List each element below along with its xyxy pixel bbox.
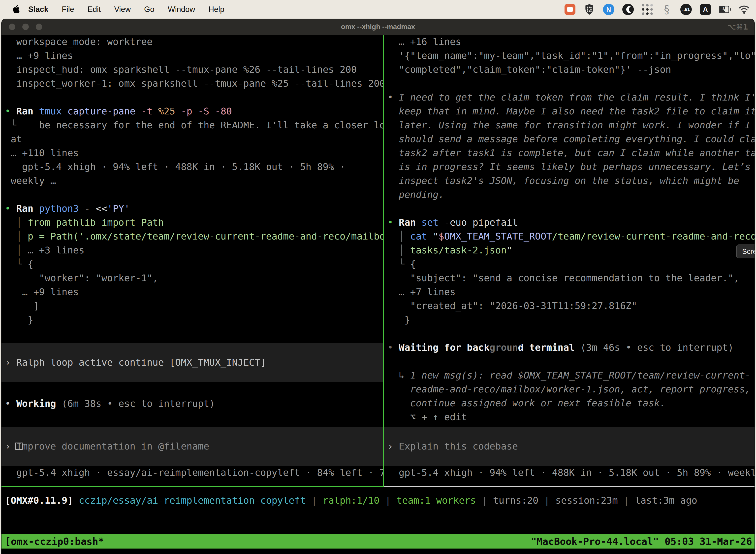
- window-titlebar[interactable]: omx --xhigh --madmax ⌥⌘1: [1, 19, 755, 35]
- working-status-line: • Working (6m 38s • esc to interrupt): [1, 397, 383, 410]
- terminal-line: • Ran set -euo pipefail: [384, 215, 755, 229]
- menu-bar: Slack File Edit View Go Window Help N: [0, 0, 756, 19]
- terminal-line: ]: [1, 299, 383, 313]
- menu-item-help[interactable]: Help: [202, 5, 231, 14]
- terminal-line: … +16 lines: [384, 35, 755, 49]
- right-terminal-pane[interactable]: … +16 lines '{"team_name":"my-team","tas…: [384, 35, 755, 486]
- terminal-line: }: [1, 313, 383, 327]
- mailbox-message: ⌥ + ↑ edit: [384, 410, 755, 424]
- mailbox-message: ↳ 1 new msg(s): read $OMX_TEAM_STATE_ROO…: [384, 368, 755, 382]
- terminal-line: inspect_worker-1: omx sparkshell --tmux-…: [1, 76, 383, 90]
- terminal-line: └ {: [384, 257, 755, 271]
- model-status-line: gpt-5.4 xhigh · 94% left · 488K in · 5.1…: [384, 466, 755, 480]
- dots-grid-icon[interactable]: [641, 3, 653, 15]
- terminal-line: at: [1, 132, 383, 146]
- terminal-line: … +7 lines: [384, 285, 755, 299]
- waiting-status-line: • Waiting for background terminal (3m 46…: [384, 340, 755, 354]
- left-terminal-pane[interactable]: workspace_mode: worktree … +9 lines insp…: [1, 35, 383, 486]
- chat-app-icon[interactable]: [564, 3, 576, 15]
- blue-badge-icon[interactable]: N: [603, 3, 615, 15]
- menu-item-window[interactable]: Window: [161, 5, 202, 14]
- terminal-line: └ be necessary for the end of the README…: [1, 118, 383, 132]
- terminal-line: gpt-5.4 xhigh · 94% left · 488K in · 5.1…: [1, 160, 383, 174]
- prompt-input-left[interactable]: › Improve documentation in @filename: [1, 427, 383, 466]
- terminal-line: │ … +3 lines: [1, 243, 383, 257]
- blank-line: [384, 354, 755, 368]
- status-icons: N § ..61 A ϟ: [564, 3, 756, 15]
- terminal-line: • Ran tmux capture-pane -t %25 -p -S -80: [1, 104, 383, 118]
- screen-tooltip: Scre: [736, 244, 755, 258]
- menu-item-slack[interactable]: Slack: [28, 5, 55, 14]
- terminal-line: … +110 lines: [1, 146, 383, 160]
- prompt-input-right[interactable]: › Explain this codebase: [384, 427, 755, 466]
- model-status-line: gpt-5.4 xhigh · essay/ai-reimplementatio…: [1, 466, 383, 480]
- thinking-text: inspect task2's JSON, focusing on the st…: [384, 174, 755, 188]
- badge-61-icon[interactable]: ..61: [680, 3, 692, 15]
- terminal-content: workspace_mode: worktree … +9 lines insp…: [1, 35, 755, 554]
- terminal-line: workspace_mode: worktree: [1, 35, 383, 49]
- pane-border-bottom-left: [1, 486, 384, 487]
- terminal-line: │ p = Path('.omx/state/team/review-curre…: [1, 229, 383, 243]
- omx-status-line: [OMX#0.11.9] cczip/essay/ai-reimplementa…: [1, 493, 755, 507]
- terminal-line: inspect_hud: omx sparkshell --tmux-pane …: [1, 63, 383, 76]
- terminal-line: "created_at": "2026-03-31T11:59:27.816Z": [384, 299, 755, 313]
- section-sign-icon[interactable]: §: [661, 3, 673, 15]
- terminal-line: │ cat "$OMX_TEAM_STATE_ROOT/team/review-…: [384, 229, 755, 243]
- a-key-icon[interactable]: A: [699, 3, 711, 15]
- terminal-line: │ tasks/task-2.json": [384, 243, 755, 257]
- terminal-line: … +9 lines: [1, 49, 383, 63]
- pane-border-bottom-right: [384, 486, 755, 487]
- terminal-line: └ {: [1, 257, 383, 271]
- tmux-host-clock-label: "MacBook-Pro-44.local" 05:03 31-Mar-26: [531, 536, 752, 547]
- tmux-session-label: [omx-cczip0:bash*: [5, 536, 104, 547]
- spacer: [384, 327, 755, 340]
- spacer: [1, 327, 383, 343]
- apple-menu-icon[interactable]: [11, 4, 21, 15]
- crescent-app-icon[interactable]: [622, 3, 634, 15]
- blank-line: [1, 90, 383, 104]
- battery-charging-icon[interactable]: ϟ: [719, 3, 731, 15]
- terminal-line: "worker": "worker-1",: [1, 271, 383, 285]
- blank-line: [384, 202, 755, 215]
- terminal-line: … +9 lines: [1, 285, 383, 299]
- apple-logo: [12, 4, 20, 14]
- shield-grid-icon[interactable]: [583, 3, 595, 15]
- spacer: [384, 424, 755, 427]
- menu-item-file[interactable]: File: [55, 5, 81, 14]
- blank-line: [384, 76, 755, 90]
- menu-item-edit[interactable]: Edit: [81, 5, 107, 14]
- mailbox-message: readme-and-reco/mailbox/worker-1.json, a…: [384, 382, 755, 396]
- window-title: omx --xhigh --madmax: [1, 23, 755, 31]
- thinking-text: task2 after task1 is complete, but can I…: [384, 146, 755, 160]
- terminal-line: }: [384, 313, 755, 327]
- terminal-line: "completed","claim_token":"claim-token"}…: [384, 63, 755, 76]
- blank-line: [1, 188, 383, 202]
- thinking-text: is in progress? It seems likely but perh…: [384, 160, 755, 174]
- terminal-line: "subject": "send a concise recommendatio…: [384, 271, 755, 285]
- thinking-text: • I need to get the claim token from the…: [384, 90, 755, 104]
- window-shortcut-badge: ⌥⌘1: [728, 22, 755, 31]
- menu-item-go[interactable]: Go: [137, 5, 161, 14]
- terminal-window: omx --xhigh --madmax ⌥⌘1 workspace_mode:…: [1, 19, 755, 554]
- wifi-icon[interactable]: [738, 3, 750, 15]
- terminal-line: weekly …: [1, 174, 383, 188]
- thinking-text: later. Using the same for transition mig…: [384, 118, 755, 132]
- ralph-status-band[interactable]: › Ralph loop active continue [OMX_TMUX_I…: [1, 343, 383, 382]
- terminal-line: │ from pathlib import Path: [1, 215, 383, 229]
- mailbox-message: continue assigned work or next feasible …: [384, 396, 755, 410]
- screen-tooltip-label: Scre: [742, 247, 755, 256]
- thinking-text: should send a message before completing …: [384, 132, 755, 146]
- menu-item-view[interactable]: View: [107, 5, 137, 14]
- terminal-line: • Ran python3 - <<'PY': [1, 202, 383, 215]
- thinking-text: pending.: [384, 188, 755, 202]
- thinking-text: keep that in mind. Maybe I also need the…: [384, 104, 755, 118]
- spacer: [1, 382, 383, 397]
- terminal-line: '{"team_name":"my-team","task_id":"1","f…: [384, 49, 755, 63]
- tmux-status-bar: [omx-cczip0:bash* "MacBook-Pro-44.local"…: [1, 534, 755, 549]
- spacer: [1, 410, 383, 427]
